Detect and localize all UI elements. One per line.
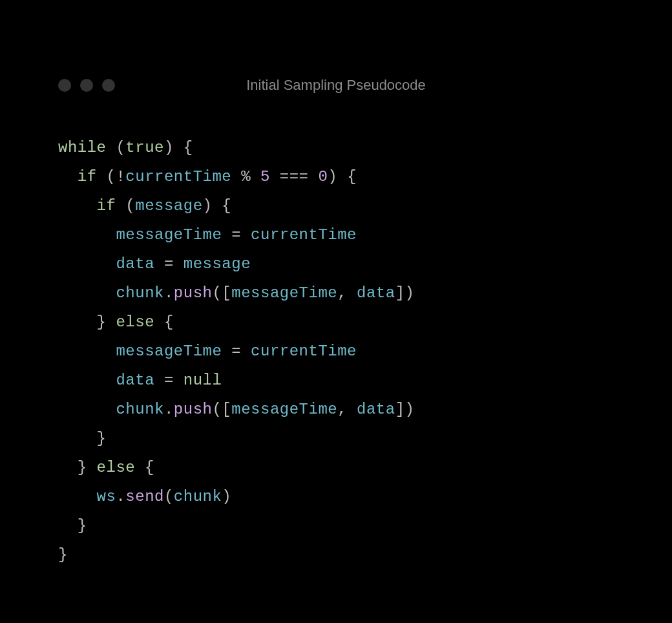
- code-token: ) {: [328, 168, 357, 185]
- code-token: [270, 168, 280, 185]
- minimize-icon[interactable]: [80, 79, 93, 92]
- code-token: =: [231, 226, 241, 244]
- code-line: if (message) {: [58, 191, 614, 220]
- code-token: data: [116, 255, 154, 273]
- code-token: data: [357, 401, 395, 418]
- code-token: =: [231, 343, 241, 360]
- code-token: [222, 343, 231, 360]
- code-token: true: [125, 139, 164, 156]
- code-line: messageTime = currentTime: [58, 220, 614, 249]
- code-token: [241, 226, 251, 244]
- code-token: 0: [318, 168, 328, 185]
- code-token: [222, 226, 231, 244]
- code-window: Initial Sampling Pseudocode while (true)…: [0, 0, 672, 569]
- code-token: [251, 168, 260, 185]
- code-token: ,: [337, 401, 357, 418]
- code-token: if: [78, 168, 97, 185]
- code-token: .: [116, 488, 125, 505]
- maximize-icon[interactable]: [102, 79, 115, 92]
- close-icon[interactable]: [58, 79, 71, 92]
- code-token: ]): [395, 401, 415, 418]
- titlebar: Initial Sampling Pseudocode: [58, 76, 614, 94]
- code-line: }: [58, 511, 614, 540]
- code-line: chunk.push([messageTime, data]): [58, 395, 614, 424]
- code-token: [309, 168, 319, 185]
- code-line: chunk.push([messageTime, data]): [58, 279, 614, 308]
- code-token: [58, 197, 97, 215]
- code-token: [241, 343, 251, 360]
- code-token: ]): [395, 284, 415, 302]
- code-token: (: [107, 139, 126, 156]
- code-token: push: [174, 401, 213, 418]
- code-token: ) {: [164, 139, 193, 156]
- code-token: [58, 488, 97, 505]
- code-token: [58, 343, 116, 360]
- code-token: ([: [212, 401, 231, 418]
- code-token: messageTime: [231, 284, 337, 302]
- code-token: message: [135, 197, 202, 215]
- code-line: data = null: [58, 366, 614, 395]
- code-token: =: [164, 255, 174, 273]
- code-token: chunk: [116, 284, 164, 302]
- code-line: } else {: [58, 453, 614, 482]
- code-token: [58, 372, 116, 389]
- code-token: send: [125, 488, 164, 505]
- code-token: if: [97, 197, 116, 215]
- code-token: =: [164, 372, 174, 389]
- code-token: messageTime: [231, 401, 337, 418]
- code-token: (: [116, 197, 135, 215]
- code-token: ): [222, 488, 231, 505]
- code-token: !: [116, 168, 125, 185]
- code-token: }: [58, 430, 107, 447]
- code-token: [154, 255, 164, 273]
- code-token: (: [164, 488, 174, 505]
- code-token: ,: [337, 284, 357, 302]
- code-token: null: [184, 372, 222, 389]
- code-token: ws: [97, 488, 116, 505]
- code-token: push: [174, 284, 213, 302]
- code-line: if (!currentTime % 5 === 0) {: [58, 162, 614, 191]
- code-token: }: [58, 313, 116, 331]
- code-token: currentTime: [251, 343, 357, 360]
- code-token: ([: [212, 284, 231, 302]
- code-token: while: [58, 139, 107, 156]
- code-token: [154, 372, 164, 389]
- code-token: data: [357, 284, 395, 302]
- code-token: 5: [260, 168, 270, 185]
- code-token: [58, 401, 116, 418]
- code-token: [58, 255, 116, 273]
- code-token: else: [97, 459, 136, 476]
- code-token: ) {: [203, 197, 232, 215]
- code-line: }: [58, 424, 614, 453]
- code-line: ws.send(chunk): [58, 482, 614, 511]
- code-line: data = message: [58, 249, 614, 279]
- code-token: else: [116, 313, 154, 331]
- code-token: }: [58, 459, 97, 476]
- code-token: [174, 372, 184, 389]
- code-token: [58, 168, 78, 185]
- code-token: .: [164, 284, 174, 302]
- code-line: while (true) {: [58, 133, 614, 162]
- code-token: messageTime: [116, 343, 222, 360]
- code-token: [174, 255, 184, 273]
- code-token: chunk: [174, 488, 222, 505]
- code-token: message: [184, 255, 251, 273]
- code-token: data: [116, 372, 154, 389]
- code-block: while (true) { if (!currentTime % 5 === …: [58, 133, 614, 569]
- code-token: currentTime: [125, 168, 231, 185]
- code-token: }: [58, 546, 68, 564]
- code-token: {: [154, 313, 174, 331]
- code-token: chunk: [116, 401, 164, 418]
- window-controls: [58, 79, 115, 92]
- code-token: %: [241, 168, 251, 185]
- code-line: } else {: [58, 308, 614, 337]
- code-token: {: [135, 459, 154, 476]
- code-token: ===: [280, 168, 309, 185]
- code-token: messageTime: [116, 226, 222, 244]
- code-line: }: [58, 540, 614, 569]
- code-token: .: [164, 401, 174, 418]
- code-token: }: [58, 517, 87, 534]
- code-token: [231, 168, 241, 185]
- code-token: [58, 226, 116, 244]
- code-token: (: [97, 168, 116, 185]
